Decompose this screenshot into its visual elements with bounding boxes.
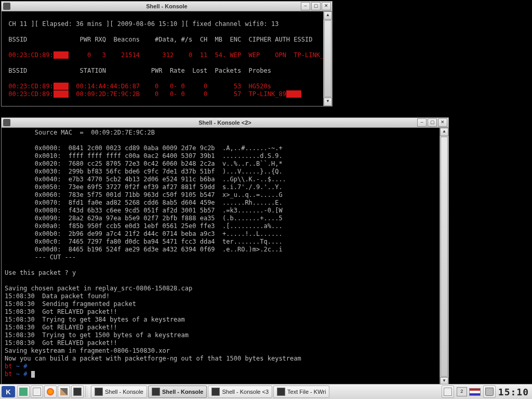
terminal-icon: [152, 388, 160, 396]
close-button[interactable]: ✕: [322, 2, 331, 10]
window-konsole-2[interactable]: Shell - Konsole <2> – ▢ ✕ Source MAC = 0…: [1, 117, 449, 386]
tray-icon[interactable]: [442, 385, 454, 398]
terminal-icon: [73, 388, 82, 396]
window-title: Shell - Konsole: [2, 3, 332, 9]
system-tray: 2 15:10: [441, 385, 532, 398]
filemanager-button[interactable]: [31, 385, 43, 398]
desktop-icon: [19, 388, 28, 396]
firefox-icon: [47, 388, 54, 395]
trash-icon: [485, 388, 494, 396]
show-desktop-button[interactable]: [17, 385, 30, 398]
taskbar-window-button[interactable]: Shell - Konsole: [148, 385, 207, 398]
scroll-up-button[interactable]: ▲: [324, 11, 332, 20]
terminal-icon: [95, 388, 103, 396]
home-icon: [33, 388, 41, 396]
titlebar[interactable]: Shell - Konsole <2> – ▢ ✕: [2, 118, 448, 128]
clock[interactable]: 15:10: [498, 387, 529, 397]
taskbar: K Shell - KonsoleShell - Konsole Shell -…: [0, 384, 532, 399]
terminal-icon: [211, 388, 220, 396]
taskbar-window-button[interactable]: Shell - Konsole: [91, 385, 147, 398]
terminal-launch-button[interactable]: [71, 385, 84, 398]
taskbar-window-label: Shell - Konsole: [162, 389, 203, 395]
kmenu-button[interactable]: K: [2, 386, 15, 397]
pencil-icon: [60, 388, 68, 395]
minimize-button[interactable]: –: [417, 118, 427, 127]
desktop: << back | track 龍 Shell - Konsole – ▢ ✕ …: [0, 0, 532, 399]
editor-button[interactable]: [58, 385, 70, 398]
scroll-up-button[interactable]: ▲: [440, 128, 448, 136]
firefox-button[interactable]: [44, 385, 57, 398]
scroll-down-button[interactable]: ▼: [324, 98, 332, 106]
separator: [85, 386, 89, 397]
window-konsole-1[interactable]: Shell - Konsole – ▢ ✕ CH 11 ][ Elapsed: …: [1, 1, 332, 107]
titlebar[interactable]: Shell - Konsole – ▢ ✕: [2, 2, 332, 11]
minimize-button[interactable]: –: [301, 2, 310, 10]
keyboard-layout-icon[interactable]: [469, 388, 481, 396]
taskbar-window-label: Text File - KWri: [287, 389, 326, 395]
taskbar-window-label: Shell - Konsole: [105, 389, 143, 395]
scrollbar[interactable]: ▲ ▼: [323, 11, 332, 106]
window-title: Shell - Konsole <2>: [2, 119, 448, 126]
scrollbar[interactable]: ▲ ▼: [440, 128, 448, 385]
trash-button[interactable]: [483, 385, 496, 398]
scroll-thumb[interactable]: [324, 20, 331, 97]
taskbar-window-button[interactable]: Shell - Konsole <3: [208, 385, 272, 398]
taskbar-window-button[interactable]: Text File - KWri: [273, 385, 329, 398]
maximize-button[interactable]: ▢: [311, 2, 321, 10]
scroll-thumb[interactable]: [441, 137, 448, 377]
terminal-icon: [277, 388, 285, 396]
maximize-button[interactable]: ▢: [428, 118, 437, 127]
tray-app-icon: [444, 388, 452, 396]
desktop-pager[interactable]: 2: [457, 387, 467, 396]
terminal-output[interactable]: Source MAC = 00:09:2D:7E:9C:2B 0x0000: 0…: [2, 128, 440, 385]
close-button[interactable]: ✕: [438, 118, 447, 127]
terminal-output[interactable]: CH 11 ][ Elapsed: 36 mins ][ 2009-08-06 …: [2, 11, 323, 106]
taskbar-window-label: Shell - Konsole <3: [222, 389, 269, 395]
